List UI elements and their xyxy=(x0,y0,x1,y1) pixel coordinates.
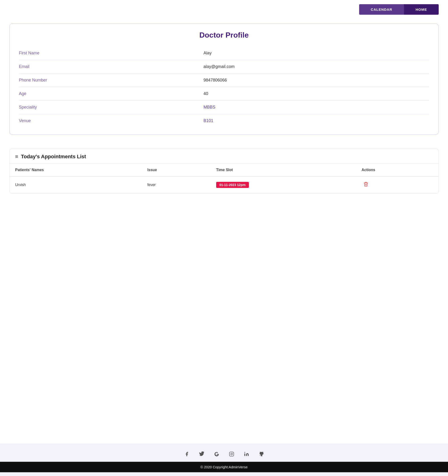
profile-row-firstname: First Name Alay xyxy=(19,46,429,60)
profile-value-email: alay@gmail.com xyxy=(204,64,235,69)
facebook-icon[interactable] xyxy=(183,450,191,458)
profile-label-speciality: Speciality xyxy=(19,105,204,110)
twitter-icon[interactable] xyxy=(198,450,206,458)
linkedin-icon[interactable] xyxy=(243,450,250,458)
footer-copyright: © 2020 Copyright:AdminVerse xyxy=(0,462,448,472)
time-slot-cell: 01-11-2023 12pm xyxy=(210,176,356,193)
doctor-profile-card: Doctor Profile First Name Alay Email ala… xyxy=(9,23,439,135)
profile-label-email: Email xyxy=(19,64,204,69)
svg-rect-0 xyxy=(229,452,233,456)
profile-row-age: Age 40 xyxy=(19,87,429,101)
profile-row-email: Email alay@gmail.com xyxy=(19,60,429,74)
social-icons-container xyxy=(183,450,265,458)
profile-row-venue: Venue B101 xyxy=(19,114,429,127)
calendar-button[interactable]: CALENDAR xyxy=(359,4,404,15)
appointments-title: Today's Appointments List xyxy=(21,154,86,160)
footer: © 2020 Copyright:AdminVerse xyxy=(0,443,448,476)
profile-value-speciality: MBBS xyxy=(204,105,216,110)
github-icon[interactable] xyxy=(257,450,265,458)
profile-row-phone: Phone Number 9847806066 xyxy=(19,74,429,87)
appointments-section: ≡ Today's Appointments List Patients' Na… xyxy=(9,149,439,193)
col-header-timeslot: Time Slot xyxy=(210,164,356,176)
delete-button[interactable] xyxy=(361,181,370,189)
col-header-issue: Issue xyxy=(142,164,210,176)
profile-value-firstname: Alay xyxy=(204,51,212,56)
col-header-name: Patients' Names xyxy=(10,164,142,176)
table-row: Urvish fever 01-11-2023 12pm xyxy=(10,176,438,193)
profile-value-phone: 9847806066 xyxy=(204,78,227,83)
profile-label-firstname: First Name xyxy=(19,51,204,56)
profile-value-venue: B101 xyxy=(204,118,213,123)
profile-title: Doctor Profile xyxy=(19,31,429,40)
profile-label-phone: Phone Number xyxy=(19,78,204,83)
appointments-header: ≡ Today's Appointments List xyxy=(10,149,438,164)
table-header-row: Patients' Names Issue Time Slot Actions xyxy=(10,164,438,176)
col-header-actions: Actions xyxy=(356,164,438,176)
svg-point-2 xyxy=(244,452,245,453)
actions-cell xyxy=(356,176,438,193)
profile-label-venue: Venue xyxy=(19,118,204,123)
time-badge: 01-11-2023 12pm xyxy=(216,182,249,188)
top-navigation: CALENDAR HOME xyxy=(0,0,448,19)
list-icon: ≡ xyxy=(15,154,18,160)
google-icon[interactable] xyxy=(213,450,221,458)
patient-issue: fever xyxy=(142,176,210,193)
instagram-icon[interactable] xyxy=(228,450,236,458)
appointments-table: Patients' Names Issue Time Slot Actions … xyxy=(10,164,438,193)
profile-value-age: 40 xyxy=(204,91,208,96)
home-button[interactable]: HOME xyxy=(404,4,439,15)
profile-label-age: Age xyxy=(19,91,204,96)
profile-row-speciality: Speciality MBBS xyxy=(19,101,429,114)
patient-name: Urvish xyxy=(10,176,142,193)
